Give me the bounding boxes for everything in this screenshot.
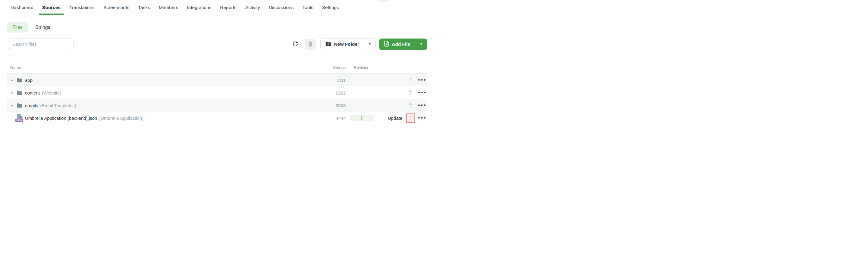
folder-icon [16, 103, 23, 108]
toolbar: New Folder ▼ Add File [8, 39, 427, 50]
upload-button[interactable]: ⇧ [408, 90, 413, 96]
toolbar-actions: New Folder ▼ Add File [290, 39, 427, 50]
expand-caret-icon[interactable]: ▸ [11, 103, 16, 107]
table-row[interactable]: ▸ JSON content (Website) 2222 ⇧ [7, 86, 427, 99]
add-file-button[interactable]: Add File [379, 39, 415, 50]
new-folder-label: New Folder [334, 41, 359, 47]
file-secondary-label: (Website) [42, 90, 61, 96]
chevron-down-icon: ▼ [420, 43, 423, 46]
new-folder-button[interactable]: New Folder [321, 39, 364, 50]
upload-button[interactable]: ⇧ [408, 103, 413, 108]
nav-item-dashboard[interactable]: Dashboard [10, 0, 33, 15]
view-tabs: Files Strings [7, 22, 434, 33]
table-row[interactable]: ▸ JSON Umbrella Application (backend).js… [7, 112, 427, 124]
table-row[interactable]: ▸ JSON app 1111 ⇧ ••• [7, 74, 427, 86]
revision-badge: 1 [350, 115, 374, 121]
cropped-header-element [377, 0, 388, 1]
more-options-button[interactable]: ••• [417, 78, 427, 82]
json-badge: JSON [16, 118, 23, 122]
strings-count: 2222 [315, 90, 348, 96]
column-header-name: Name [10, 65, 315, 70]
json-file-icon: JSON [16, 114, 23, 122]
nav-item-sources[interactable]: Sources [42, 0, 61, 15]
nav-item-reports[interactable]: Reports [220, 0, 236, 15]
update-link[interactable]: Update [388, 116, 402, 121]
file-secondary-label: (Email Templates) [40, 103, 76, 108]
strings-count: 1111 [315, 78, 348, 83]
file-name[interactable]: content [25, 90, 40, 96]
more-options-button[interactable]: ••• [417, 116, 427, 120]
add-file-split-button: Add File ▼ [379, 39, 427, 50]
column-header-revision: Revision [348, 65, 375, 70]
strings-count: 3333 [315, 103, 348, 108]
column-header-strings: Strings [315, 65, 348, 70]
more-options-button[interactable]: ••• [417, 90, 427, 95]
delete-button[interactable] [305, 39, 316, 50]
add-file-icon [384, 41, 389, 48]
top-nav: DashboardSourcesTranslationsScreenshotsT… [7, 0, 427, 15]
add-file-dropdown-button[interactable]: ▼ [415, 39, 427, 50]
table-body: ▸ JSON app 1111 ⇧ ••• [7, 74, 427, 124]
folder-icon [16, 78, 23, 82]
more-options-button[interactable]: ••• [417, 103, 427, 108]
nav-item-tools[interactable]: Tools [302, 0, 313, 15]
upload-icon: ⇧ [408, 77, 413, 83]
nav-item-tasks[interactable]: Tasks [138, 0, 150, 15]
add-file-label: Add File [392, 41, 410, 47]
upload-button[interactable]: ⇧ [406, 113, 415, 123]
refresh-icon [292, 41, 299, 48]
tab-strings[interactable]: Strings [35, 22, 50, 33]
upload-icon: ⇧ [408, 103, 413, 108]
trash-icon [308, 41, 313, 47]
nav-item-activity[interactable]: Activity [245, 0, 260, 15]
new-folder-icon [325, 41, 331, 47]
new-folder-dropdown-button[interactable]: ▼ [364, 39, 375, 50]
sources-files-page: DashboardSourcesTranslationsScreenshotsT… [0, 0, 434, 128]
file-name[interactable]: Umbrella Application (backend).json [25, 116, 97, 121]
expand-caret-icon[interactable]: ▸ [11, 90, 16, 95]
expand-caret-icon[interactable]: ▸ [11, 78, 16, 82]
nav-item-screenshots[interactable]: Screenshots [103, 0, 129, 15]
file-name[interactable]: emails [25, 103, 38, 108]
upload-button[interactable]: ⇧ [408, 77, 413, 83]
files-table: Name Strings Revision ▸ JSON app [7, 56, 427, 124]
table-row[interactable]: ▸ JSON emails (Email Templates) 3333 ⇧ [7, 99, 427, 112]
refresh-button[interactable] [290, 39, 301, 50]
search-input[interactable] [8, 39, 73, 50]
nav-item-members[interactable]: Members [159, 0, 179, 15]
folder-icon [16, 90, 23, 95]
nav-item-translations[interactable]: Translations [69, 0, 95, 15]
tab-files[interactable]: Files [7, 22, 28, 33]
file-name[interactable]: app [25, 78, 33, 83]
file-secondary-label: (Umbrella Application) [99, 116, 144, 121]
table-header: Name Strings Revision [7, 56, 427, 74]
upload-icon: ⇧ [408, 90, 413, 96]
nav-item-discussions[interactable]: Discussions [269, 0, 294, 15]
nav-item-integrations[interactable]: Integrations [187, 0, 211, 15]
upload-icon: ⇧ [408, 115, 413, 121]
nav-item-settings[interactable]: Settings [322, 0, 339, 15]
strings-count: 4444 [315, 116, 348, 121]
chevron-down-icon: ▼ [368, 43, 371, 46]
new-folder-split-button: New Folder ▼ [320, 39, 375, 50]
